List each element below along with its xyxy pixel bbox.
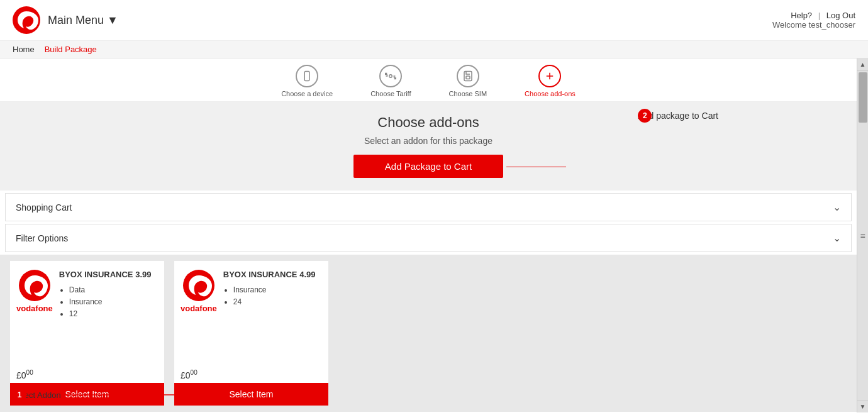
vodafone-brand-0: vodafone	[16, 304, 53, 313]
addon-card-1: vodafone BYOX INSURANCE 4.99 Insurance 2…	[174, 261, 328, 406]
svg-marker-11	[182, 392, 189, 397]
annotation-bubble-1: 1	[13, 388, 26, 402]
feature-1-0: Insurance	[233, 284, 322, 296]
feature-0-1: Insurance	[69, 296, 158, 308]
step-device-icon	[296, 65, 318, 87]
choose-addons-subtitle: Select an addon for this package	[13, 136, 844, 146]
svg-rect-5	[466, 76, 470, 79]
welcome-text: Welcome test_chooser	[772, 20, 855, 30]
filter-options-label: Filter Options	[16, 233, 68, 243]
step-addons-icon	[538, 65, 561, 87]
connector-line	[506, 167, 566, 167]
addon-card-logo-0: vodafone	[16, 270, 53, 360]
addon-card-logo-1: vodafone	[181, 270, 217, 360]
separator: |	[818, 11, 820, 20]
choose-addons-title: Choose add-ons	[13, 114, 844, 131]
shopping-cart-chevron-icon: ⌄	[833, 201, 841, 213]
choose-addons-section: Choose add-ons Select an addon for this …	[0, 102, 857, 191]
filter-options-chevron-icon: ⌄	[833, 232, 841, 244]
steps-bar: Choose a device Choose Tariff Choose SIM…	[0, 58, 857, 102]
step-tariff-icon	[379, 65, 402, 87]
shopping-cart-section[interactable]: Shopping Cart ⌄	[5, 193, 852, 221]
addon-card-price-0: £000	[10, 367, 164, 383]
sections-wrapper: Shopping Cart ⌄ Filter Options ⌄	[5, 193, 852, 252]
step-sim-icon	[457, 65, 479, 87]
scroll-grip-icon: ≡	[860, 231, 865, 241]
vodafone-card-logo-1	[183, 270, 214, 301]
breadcrumb-current[interactable]: Build Package	[45, 45, 97, 54]
vodafone-card-logo-0	[19, 270, 50, 301]
vodafone-logo	[13, 6, 40, 34]
scroll-up-arrow[interactable]: ▲	[857, 58, 868, 71]
annotation-arrow	[66, 389, 192, 401]
step-tariff[interactable]: Choose Tariff	[370, 65, 411, 97]
filter-options-section[interactable]: Filter Options ⌄	[5, 224, 852, 252]
addon-card-top-1: vodafone BYOX INSURANCE 4.99 Insurance 2…	[174, 261, 328, 367]
step-device-label: Choose a device	[281, 90, 333, 97]
svg-rect-1	[304, 72, 309, 81]
scroll-down-arrow[interactable]: ▼	[857, 400, 868, 412]
addon-card-title-0: BYOX INSURANCE 3.99	[59, 270, 158, 279]
scroll-thumb[interactable]	[859, 72, 867, 123]
addon-card-info-1: BYOX INSURANCE 4.99 Insurance 24	[223, 270, 322, 360]
addon-card-price-1: £000	[174, 367, 328, 383]
addon-card-info-0: BYOX INSURANCE 3.99 Data Insurance 12	[59, 270, 158, 360]
main-menu-button[interactable]: Main Menu ▼	[48, 14, 118, 27]
help-link[interactable]: Help?	[791, 11, 812, 20]
feature-1-1: 24	[233, 296, 322, 308]
select-item-button-1[interactable]: Select Item	[174, 383, 328, 406]
header: Main Menu ▼ Help? | Log Out Welcome test…	[0, 0, 868, 41]
svg-point-3	[389, 75, 392, 78]
step-addons-label: Choose add-ons	[525, 90, 576, 97]
addon-card-features-0: Data Insurance 12	[59, 284, 158, 321]
feature-0-0: Data	[69, 284, 158, 296]
addon-card-top-0: vodafone BYOX INSURANCE 3.99 Data Insura…	[10, 261, 164, 367]
step-device[interactable]: Choose a device	[281, 65, 333, 97]
shopping-cart-label: Shopping Cart	[16, 202, 72, 213]
header-left: Main Menu ▼	[13, 6, 118, 34]
main-wrapper: Choose a device Choose Tariff Choose SIM…	[0, 58, 868, 412]
bottom-annotation: Select Addon 1	[13, 389, 192, 401]
logout-link[interactable]: Log Out	[826, 11, 855, 20]
step-addons[interactable]: Choose add-ons	[525, 65, 576, 97]
addon-card-0: vodafone BYOX INSURANCE 3.99 Data Insura…	[10, 261, 164, 406]
step-tariff-label: Choose Tariff	[370, 90, 411, 97]
add-package-button[interactable]: Add Package to Cart	[353, 155, 503, 178]
scrollbar[interactable]: ▲ ≡ ▼	[857, 58, 868, 412]
content-area: Choose a device Choose Tariff Choose SIM…	[0, 58, 857, 412]
addon-card-features-1: Insurance 24	[223, 284, 322, 308]
vodafone-brand-1: vodafone	[181, 304, 217, 313]
feature-0-2: 12	[69, 308, 158, 320]
step-sim-label: Choose SIM	[449, 90, 487, 97]
header-right: Help? | Log Out Welcome test_chooser	[772, 11, 855, 30]
breadcrumb: Home Build Package	[0, 41, 868, 58]
addon-card-title-1: BYOX INSURANCE 4.99	[223, 270, 322, 279]
breadcrumb-home[interactable]: Home	[13, 45, 35, 54]
step-sim[interactable]: Choose SIM	[449, 65, 487, 97]
